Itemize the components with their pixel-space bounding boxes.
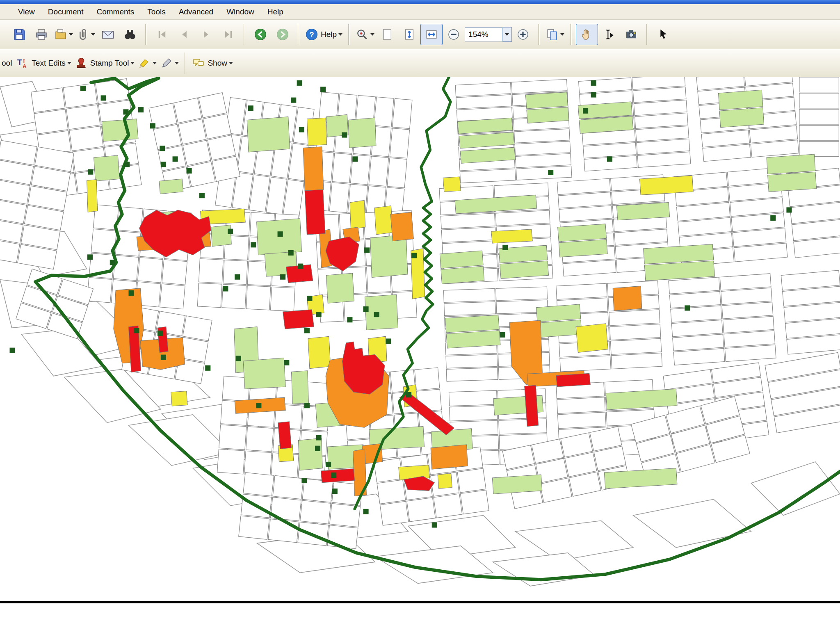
next-page-icon xyxy=(201,29,212,40)
stamp-tool-button[interactable]: Stamp Tool xyxy=(73,52,137,74)
map-marker xyxy=(236,356,241,361)
zoom-level-input[interactable] xyxy=(465,27,502,41)
menu-tools[interactable]: Tools xyxy=(141,4,172,20)
map-marker xyxy=(502,245,508,250)
zoom-tool-button[interactable] xyxy=(354,24,376,45)
svg-text:?: ? xyxy=(309,30,314,39)
text-edits-button[interactable]: T A Text Edits xyxy=(14,52,73,74)
toolbar-separator xyxy=(145,24,147,45)
map-region-red xyxy=(278,422,292,449)
print-icon xyxy=(35,28,48,41)
fit-width-button[interactable] xyxy=(420,24,443,45)
map-marker xyxy=(278,231,283,237)
zoom-in-button[interactable] xyxy=(512,24,534,45)
map-region-yellow xyxy=(491,229,533,243)
map-marker xyxy=(364,247,370,253)
map-region-green xyxy=(159,179,183,194)
back-icon xyxy=(254,28,267,41)
actual-size-button[interactable] xyxy=(376,24,398,45)
map-region-yellow xyxy=(307,118,326,146)
menu-advanced[interactable]: Advanced xyxy=(172,4,220,20)
previous-page-button[interactable] xyxy=(173,24,195,45)
map-marker xyxy=(10,348,15,353)
envelope-icon xyxy=(101,28,114,41)
dropdown-caret-icon xyxy=(338,33,342,36)
map-region-green xyxy=(719,90,763,110)
map-region-green xyxy=(243,358,285,389)
map-marker xyxy=(316,312,322,317)
toolbar-separator xyxy=(298,24,299,45)
map-region-green xyxy=(559,240,607,257)
fit-page-icon xyxy=(403,28,416,41)
text-edits-icon: T A xyxy=(16,57,29,70)
map-marker xyxy=(406,392,411,397)
map-marker xyxy=(685,305,690,310)
map-marker xyxy=(235,274,240,280)
help-button[interactable]: ? Help xyxy=(304,24,344,45)
map-marker xyxy=(160,146,165,151)
map-region-red xyxy=(305,189,325,235)
map-region-green xyxy=(719,107,764,127)
dropdown-caret-icon xyxy=(67,62,71,64)
zoom-out-button[interactable] xyxy=(443,24,465,45)
show-comments-label: Show xyxy=(208,59,227,68)
fit-page-button[interactable] xyxy=(398,24,420,45)
map-marker xyxy=(591,92,596,98)
go-forward-button[interactable] xyxy=(272,24,294,45)
map-marker xyxy=(87,254,93,260)
snapshot-tool-button[interactable] xyxy=(620,24,642,45)
menu-view[interactable]: View xyxy=(11,4,41,20)
select-tool-button[interactable] xyxy=(652,24,674,45)
menu-comments[interactable]: Comments xyxy=(90,4,141,20)
map-region-green xyxy=(440,251,483,268)
map-region-green xyxy=(94,155,120,181)
window-titlebar-strip xyxy=(0,0,840,4)
menu-document[interactable]: Document xyxy=(41,4,90,20)
go-back-button[interactable] xyxy=(249,24,272,45)
zoom-level-dropdown[interactable] xyxy=(502,27,512,42)
map-street-block xyxy=(149,93,240,192)
menu-help[interactable]: Help xyxy=(261,4,290,20)
save-button[interactable] xyxy=(8,24,30,45)
highlighter-tool-button[interactable] xyxy=(136,52,158,74)
toolbar-separator xyxy=(538,24,540,45)
menu-window[interactable]: Window xyxy=(220,4,261,20)
export-button[interactable] xyxy=(52,24,75,45)
map-street-block xyxy=(311,92,412,218)
last-page-icon xyxy=(223,29,234,40)
magnifier-zoom-icon xyxy=(356,28,369,41)
page-display-button[interactable] xyxy=(544,24,566,45)
map-region-green xyxy=(445,315,499,333)
map-marker xyxy=(432,522,437,527)
dropdown-caret-icon xyxy=(91,33,95,36)
text-select-tool-button[interactable] xyxy=(598,24,620,45)
map-region-red xyxy=(525,385,539,427)
search-button[interactable] xyxy=(119,24,141,45)
next-page-button[interactable] xyxy=(195,24,217,45)
map-region-green xyxy=(768,172,817,192)
map-marker xyxy=(320,87,326,92)
print-button[interactable] xyxy=(30,24,52,45)
first-page-button[interactable] xyxy=(151,24,173,45)
document-viewport[interactable]: Electoral register - Multiple names xyxy=(0,77,840,604)
map-marker xyxy=(786,207,792,212)
map-marker xyxy=(331,472,336,478)
email-button[interactable] xyxy=(97,24,119,45)
map-region-green xyxy=(211,225,232,247)
map-region-green xyxy=(767,154,815,174)
map-street-block xyxy=(781,270,840,354)
last-page-button[interactable] xyxy=(217,24,240,45)
show-comments-button[interactable]: Show xyxy=(190,52,235,74)
hand-tool-button[interactable] xyxy=(576,24,598,45)
drawing-markup-button[interactable] xyxy=(158,52,180,74)
map-marker xyxy=(123,109,128,114)
map-marker xyxy=(158,331,163,336)
map-region-yellow xyxy=(308,336,331,368)
map-marker xyxy=(363,306,369,312)
toolbar-separator xyxy=(646,24,648,45)
hand-tool-icon xyxy=(580,28,593,41)
attach-button[interactable] xyxy=(75,24,97,45)
commenting-toolbar: ool T A Text Edits Stamp Tool xyxy=(0,49,840,77)
map-marker xyxy=(80,86,86,91)
map-region-orange xyxy=(303,147,324,191)
